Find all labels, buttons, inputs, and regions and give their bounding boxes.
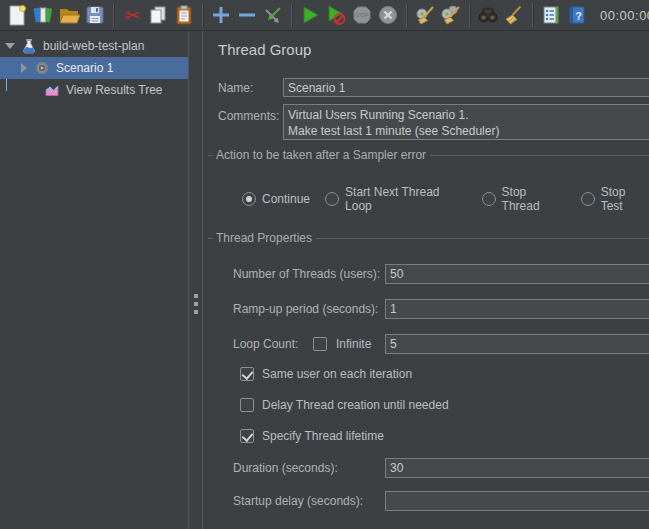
test-plan-tree: build-web-test-plan Scenario 1 View Resu…: [0, 31, 188, 529]
sampler-error-options: Continue Start Next Thread Loop Stop Thr…: [242, 185, 649, 213]
loop-count-label: Loop Count:: [233, 337, 298, 351]
toolbar-separator: [469, 3, 470, 27]
specify-lifetime-row[interactable]: Specify Thread lifetime: [240, 429, 384, 443]
function-helper-icon[interactable]: [538, 2, 564, 28]
cut-icon[interactable]: ✂: [119, 2, 145, 28]
sampler-error-group-title: Action to be taken after a Sampler error: [208, 148, 649, 162]
tree-item-test-plan[interactable]: build-web-test-plan: [0, 35, 188, 57]
num-threads-label: Number of Threads (users):: [233, 267, 380, 281]
templates-icon[interactable]: [30, 2, 56, 28]
name-label: Name:: [218, 81, 253, 95]
num-threads-input[interactable]: [385, 264, 649, 284]
copy-icon[interactable]: [145, 2, 171, 28]
open-icon[interactable]: [56, 2, 82, 28]
tree-item-label: Scenario 1: [56, 61, 113, 75]
radio-stop-test[interactable]: Stop Test: [581, 185, 649, 213]
stop-icon[interactable]: STOP: [349, 2, 375, 28]
toolbar-separator: [202, 3, 203, 27]
collapse-arrow-icon[interactable]: [5, 43, 15, 49]
name-input[interactable]: [283, 78, 649, 97]
radio-button-icon[interactable]: [482, 192, 496, 206]
loop-count-row: Loop Count: Infinite: [203, 334, 649, 354]
infinite-checkbox[interactable]: [313, 337, 327, 351]
save-icon[interactable]: [82, 2, 108, 28]
toolbar: ✂ STOP ? 00:00:00: [0, 0, 649, 31]
test-plan-flask-icon: [21, 38, 37, 54]
start-icon[interactable]: [297, 2, 323, 28]
duration-input[interactable]: [385, 458, 649, 478]
results-chart-icon: [44, 82, 60, 98]
panel-splitter[interactable]: [188, 31, 203, 529]
search-icon[interactable]: [475, 2, 501, 28]
comments-input[interactable]: [283, 104, 649, 140]
delay-thread-checkbox[interactable]: [240, 398, 254, 412]
radio-stop-thread[interactable]: Stop Thread: [482, 185, 566, 213]
tree-item-label: View Results Tree: [66, 83, 163, 97]
tree-item-view-results-tree[interactable]: View Results Tree: [0, 79, 188, 101]
duration-row: Duration (seconds):: [203, 458, 649, 478]
startup-delay-label: Startup delay (seconds):: [233, 494, 363, 508]
tree-item-label: build-web-test-plan: [43, 39, 144, 53]
clear-icon[interactable]: [412, 2, 438, 28]
same-user-row[interactable]: Same user on each iteration: [240, 367, 412, 381]
radio-start-next-thread-loop[interactable]: Start Next Thread Loop: [325, 185, 467, 213]
paste-icon[interactable]: [171, 2, 197, 28]
start-no-pauses-icon[interactable]: [323, 2, 349, 28]
svg-text:?: ?: [575, 10, 582, 22]
tree-item-scenario-1[interactable]: Scenario 1: [0, 57, 188, 79]
ramp-up-input[interactable]: [385, 299, 649, 319]
toolbar-separator: [406, 3, 407, 27]
splitter-grip-icon[interactable]: [194, 294, 198, 318]
radio-continue[interactable]: Continue: [242, 185, 310, 213]
new-file-icon[interactable]: [4, 2, 30, 28]
shutdown-icon[interactable]: [375, 2, 401, 28]
thread-properties-group-title: Thread Properties: [208, 231, 649, 245]
comments-label: Comments:: [218, 109, 279, 123]
remove-icon[interactable]: [234, 2, 260, 28]
delay-thread-row[interactable]: Delay Thread creation until needed: [240, 398, 449, 412]
toolbar-separator: [113, 3, 114, 27]
thread-group-panel: Thread Group Name: Comments: Action to b…: [203, 31, 649, 529]
startup-delay-input[interactable]: [385, 491, 649, 511]
help-icon[interactable]: ?: [564, 2, 590, 28]
radio-button-icon[interactable]: [242, 192, 256, 206]
ramp-up-label: Ramp-up period (seconds):: [233, 302, 378, 316]
add-icon[interactable]: [208, 2, 234, 28]
same-user-checkbox[interactable]: [240, 367, 254, 381]
elapsed-timer: 00:00:00: [600, 8, 649, 23]
svg-text:STOP: STOP: [356, 13, 368, 18]
infinite-label: Infinite: [336, 337, 371, 351]
specify-lifetime-checkbox[interactable]: [240, 429, 254, 443]
toggle-icon[interactable]: [260, 2, 286, 28]
reset-search-icon[interactable]: [501, 2, 527, 28]
clear-all-icon[interactable]: [438, 2, 464, 28]
ramp-up-row: Ramp-up period (seconds):: [203, 299, 649, 319]
toolbar-separator: [291, 3, 292, 27]
num-threads-row: Number of Threads (users):: [203, 264, 649, 284]
loop-count-input[interactable]: [385, 334, 649, 354]
toolbar-separator: [532, 3, 533, 27]
radio-button-icon[interactable]: [325, 192, 339, 206]
expand-arrow-icon[interactable]: [21, 63, 27, 73]
page-title: Thread Group: [218, 41, 311, 58]
duration-label: Duration (seconds):: [233, 461, 338, 475]
thread-group-gear-icon: [34, 60, 50, 76]
radio-button-icon[interactable]: [581, 192, 595, 206]
startup-delay-row: Startup delay (seconds):: [203, 491, 649, 511]
